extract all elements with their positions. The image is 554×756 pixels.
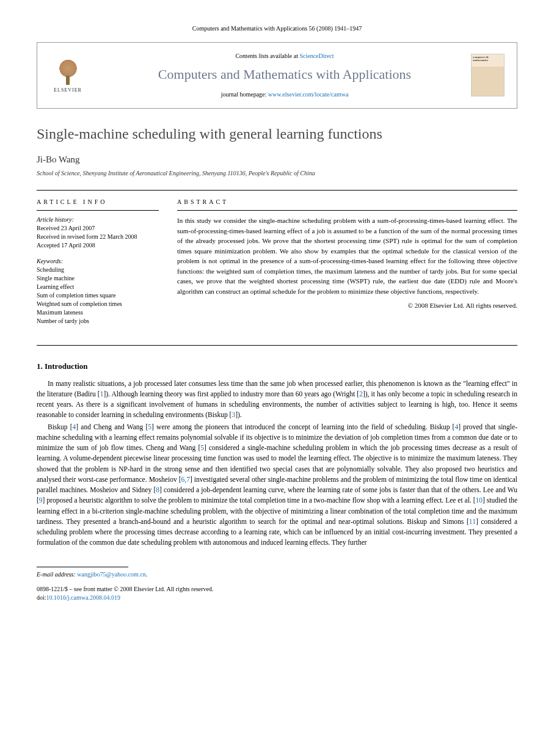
email-label: E-mail address: xyxy=(37,571,77,578)
section-heading-intro: 1. Introduction xyxy=(37,361,517,372)
keywords-label: Keywords: xyxy=(37,257,159,266)
abstract-column: ABSTRACT In this study we consider the s… xyxy=(177,198,517,333)
keyword-item: Weighted sum of completion times xyxy=(37,300,159,308)
keyword-item: Single machine xyxy=(37,274,159,283)
homepage-link[interactable]: www.elsevier.com/locate/camwa xyxy=(268,91,349,98)
journal-header-box: ELSEVIER Contents lists available at Sci… xyxy=(37,42,517,109)
abstract-text: In this study we consider the single-mac… xyxy=(177,216,517,296)
history-item: Accepted 17 April 2008 xyxy=(37,241,159,250)
abstract-copyright: © 2008 Elsevier Ltd. All rights reserved… xyxy=(177,301,517,310)
keywords-block: Keywords: Scheduling Single machine Lear… xyxy=(37,257,159,325)
footer-divider xyxy=(37,567,128,567)
journal-name: Computers and Mathematics with Applicati… xyxy=(98,65,471,84)
author-affiliation: School of Science, Shenyang Institute of… xyxy=(37,169,517,178)
article-info-column: ARTICLE INFO Article history: Received 2… xyxy=(37,198,159,333)
history-item: Received in revised form 22 March 2008 xyxy=(37,233,159,241)
article-info-label: ARTICLE INFO xyxy=(37,198,159,211)
ref-link[interactable]: 8 xyxy=(156,486,159,493)
journal-header-line: Computers and Mathematics with Applicati… xyxy=(37,24,517,33)
keyword-item: Scheduling xyxy=(37,266,159,274)
cover-title-text: computers & mathematics xyxy=(473,56,503,62)
history-item: Received 23 April 2007 xyxy=(37,224,159,233)
intro-paragraph-1: In many realistic situations, a job proc… xyxy=(37,379,517,421)
divider-top xyxy=(37,190,517,191)
body-text: In many realistic situations, a job proc… xyxy=(37,379,517,548)
journal-cover-thumbnail: computers & mathematics xyxy=(471,54,505,96)
ref-link[interactable]: 4 xyxy=(73,423,76,431)
email-line: E-mail address: wangjibo75@yahoo.com.cn. xyxy=(37,570,517,579)
sciencedirect-link[interactable]: ScienceDirect xyxy=(299,53,333,59)
doi-link[interactable]: 10.1016/j.camwa.2008.04.019 xyxy=(46,594,120,601)
history-label: Article history: xyxy=(37,216,159,224)
intro-paragraph-2: Biskup [4] and Cheng and Wang [5] were a… xyxy=(37,422,517,548)
footer-block: E-mail address: wangjibo75@yahoo.com.cn.… xyxy=(37,570,517,602)
ref-link[interactable]: 9 xyxy=(39,496,43,504)
ref-link[interactable]: 2 xyxy=(359,390,363,398)
contents-prefix: Contents lists available at xyxy=(235,53,299,59)
keyword-item: Maximum lateness xyxy=(37,308,159,317)
header-center: Contents lists available at ScienceDirec… xyxy=(98,52,471,99)
ref-link[interactable]: 3 xyxy=(231,411,235,418)
publisher-name: ELSEVIER xyxy=(54,87,82,93)
keyword-item: Learning effect xyxy=(37,283,159,291)
ref-link[interactable]: 10 xyxy=(476,496,483,504)
homepage-prefix: journal homepage: xyxy=(221,91,268,98)
author-name: Ji-Bo Wang xyxy=(37,153,517,166)
abstract-label: ABSTRACT xyxy=(177,198,517,211)
ref-link[interactable]: 4 xyxy=(454,423,458,431)
issn-line: 0898-1221/$ – see front matter © 2008 El… xyxy=(37,585,517,594)
info-abstract-row: ARTICLE INFO Article history: Received 2… xyxy=(37,198,517,333)
doi-prefix: doi: xyxy=(37,594,46,601)
contents-available-line: Contents lists available at ScienceDirec… xyxy=(98,52,471,60)
author-email-link[interactable]: wangjibo75@yahoo.com.cn xyxy=(77,571,146,578)
ref-link[interactable]: 6,7 xyxy=(181,476,190,483)
keyword-item: Sum of completion times square xyxy=(37,291,159,300)
elsevier-logo: ELSEVIER xyxy=(49,54,86,96)
elsevier-tree-icon xyxy=(54,57,82,85)
homepage-line: journal homepage: www.elsevier.com/locat… xyxy=(98,90,471,99)
ref-link[interactable]: 5 xyxy=(200,444,204,451)
doi-line: doi:10.1016/j.camwa.2008.04.019 xyxy=(37,594,517,602)
article-history-block: Article history: Received 23 April 2007 … xyxy=(37,216,159,250)
ref-link[interactable]: 1 xyxy=(100,390,104,398)
divider-bottom xyxy=(37,345,517,346)
ref-link[interactable]: 11 xyxy=(469,518,476,525)
keyword-item: Number of tardy jobs xyxy=(37,317,159,325)
ref-link[interactable]: 5 xyxy=(148,423,151,431)
article-title: Single-machine scheduling with general l… xyxy=(37,124,517,145)
